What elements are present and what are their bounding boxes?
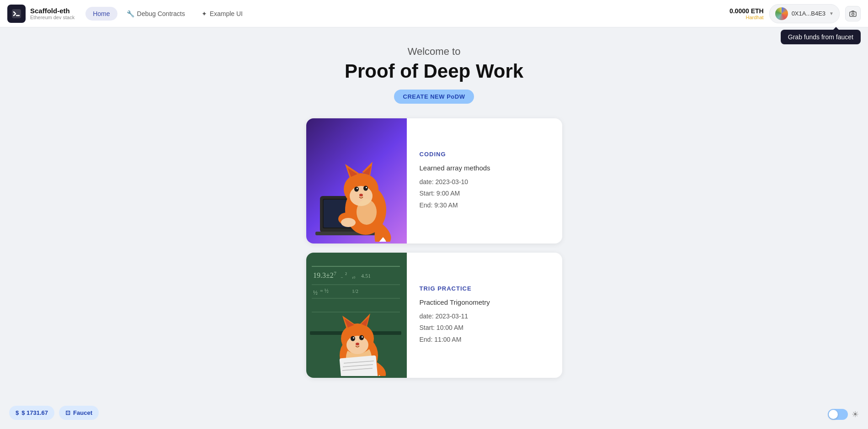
card-end-trig: End: 11:00 AM	[420, 334, 549, 345]
svg-point-17	[366, 187, 367, 188]
svg-point-16	[357, 188, 358, 189]
svg-text:7: 7	[334, 270, 336, 277]
brand-sub: Ethereum dev stack	[30, 15, 75, 20]
svg-point-21	[357, 199, 377, 225]
wallet-address: 0X1A...B4E3	[792, 10, 825, 17]
faucet-icon: ⊡	[65, 409, 70, 416]
faucet-tooltip-text: Grab funds from faucet	[788, 33, 853, 41]
faucet-tooltip[interactable]: Grab funds from faucet	[781, 30, 861, 44]
eth-amount: 0.0000 ETH	[730, 7, 764, 15]
create-podw-button[interactable]: CREATE NEW PoDW	[394, 90, 474, 104]
svg-point-18	[359, 194, 363, 196]
svg-rect-0	[12, 9, 21, 18]
welcome-text: Welcome to	[192, 46, 676, 58]
example-label: Example UI	[210, 10, 243, 17]
bottom-bar: $ $ 1731.67 ⊡ Faucet	[9, 406, 99, 420]
svg-text:⁻: ⁻	[341, 275, 343, 281]
faucet-label: Faucet	[73, 409, 92, 416]
nav-example[interactable]: ✦ Example UI	[194, 7, 250, 21]
cards-container: CODING Learned array methods date: 2023-…	[306, 118, 562, 378]
card-image-coding	[306, 118, 407, 244]
sun-icon: ☀	[852, 409, 859, 419]
svg-point-51	[353, 337, 354, 339]
card-meta-coding: date: 2023-03-10 Start: 9:00 AM End: 9:3…	[420, 176, 549, 211]
example-icon: ✦	[202, 10, 207, 17]
dollar-icon: $	[16, 409, 19, 416]
theme-toggle-area: ☀	[828, 409, 859, 420]
svg-text:¹⁰: ¹⁰	[352, 275, 356, 281]
nav-items: Home 🔧 Debug Contracts ✦ Example UI	[85, 7, 730, 21]
camera-button[interactable]	[845, 6, 861, 21]
svg-text:²: ²	[345, 271, 347, 278]
card-coding: CODING Learned array methods date: 2023-…	[306, 118, 562, 244]
card-category-coding: CODING	[420, 151, 549, 158]
wallet-avatar	[775, 7, 788, 20]
svg-point-15	[363, 186, 368, 191]
svg-point-49	[351, 336, 355, 341]
page-title: Proof of Deep Work	[192, 60, 676, 82]
svg-point-53	[356, 343, 359, 345]
main-content: Welcome to Proof of Deep Work CREATE NEW…	[183, 27, 686, 405]
svg-text:= ½: = ½	[320, 288, 329, 294]
chevron-down-icon: ▼	[829, 11, 834, 16]
svg-point-14	[354, 187, 359, 192]
balance-badge[interactable]: $ $ 1731.67	[9, 406, 54, 420]
debug-label: Debug Contracts	[137, 10, 185, 17]
card-end-coding: End: 9:30 AM	[420, 200, 549, 211]
card-body-coding: CODING Learned array methods date: 2023-…	[407, 118, 562, 244]
eth-network: Hardhat	[730, 15, 764, 20]
brand-logo	[7, 5, 26, 23]
card-description-coding: Learned array methods	[420, 164, 549, 172]
card-category-trig: TRIG PRACTICE	[420, 285, 549, 292]
svg-point-20	[341, 218, 356, 227]
navbar: Scaffold-eth Ethereum dev stack Home 🔧 D…	[0, 0, 868, 27]
svg-text:19.3±2: 19.3±2	[313, 271, 334, 279]
svg-point-50	[359, 335, 364, 340]
card-date-trig: date: 2023-03-11	[420, 311, 549, 322]
svg-text:½: ½	[313, 289, 318, 296]
card-image-trig: 19.3±2 7 ⁻ ² ¹⁰ 4.51 ½ = ½ 1/2	[306, 253, 407, 378]
balance-amount: $ 1731.67	[21, 409, 48, 416]
brand-name: Scaffold-eth	[30, 7, 75, 15]
svg-text:4.51: 4.51	[361, 273, 371, 279]
svg-point-2	[852, 13, 854, 15]
debug-icon: 🔧	[127, 10, 134, 17]
eth-balance: 0.0000 ETH Hardhat	[730, 7, 764, 20]
card-meta-trig: date: 2023-03-11 Start: 10:00 AM End: 11…	[420, 311, 549, 345]
toggle-knob	[829, 410, 838, 419]
nav-home[interactable]: Home	[85, 7, 117, 21]
svg-rect-1	[850, 12, 856, 16]
home-label: Home	[93, 10, 110, 17]
nav-right: 0.0000 ETH Hardhat 0X1A...B4E3 ▼	[730, 4, 861, 23]
nav-debug[interactable]: 🔧 Debug Contracts	[119, 7, 192, 21]
brand: Scaffold-eth Ethereum dev stack	[7, 5, 75, 23]
card-start-trig: Start: 10:00 AM	[420, 322, 549, 334]
page-header: Welcome to Proof of Deep Work CREATE NEW…	[192, 46, 676, 104]
brand-text: Scaffold-eth Ethereum dev stack	[30, 7, 75, 20]
card-trig: 19.3±2 7 ⁻ ² ¹⁰ 4.51 ½ = ½ 1/2	[306, 253, 562, 378]
theme-toggle[interactable]	[828, 409, 848, 420]
card-date-coding: date: 2023-03-10	[420, 176, 549, 188]
faucet-badge[interactable]: ⊡ Faucet	[59, 406, 99, 420]
wallet-button[interactable]: 0X1A...B4E3 ▼	[769, 4, 840, 23]
card-description-trig: Practiced Trigonometry	[420, 298, 549, 306]
card-body-trig: TRIG PRACTICE Practiced Trigonometry dat…	[407, 253, 562, 378]
svg-text:1/2: 1/2	[352, 288, 358, 294]
svg-point-52	[362, 336, 363, 338]
card-start-coding: Start: 9:00 AM	[420, 188, 549, 199]
